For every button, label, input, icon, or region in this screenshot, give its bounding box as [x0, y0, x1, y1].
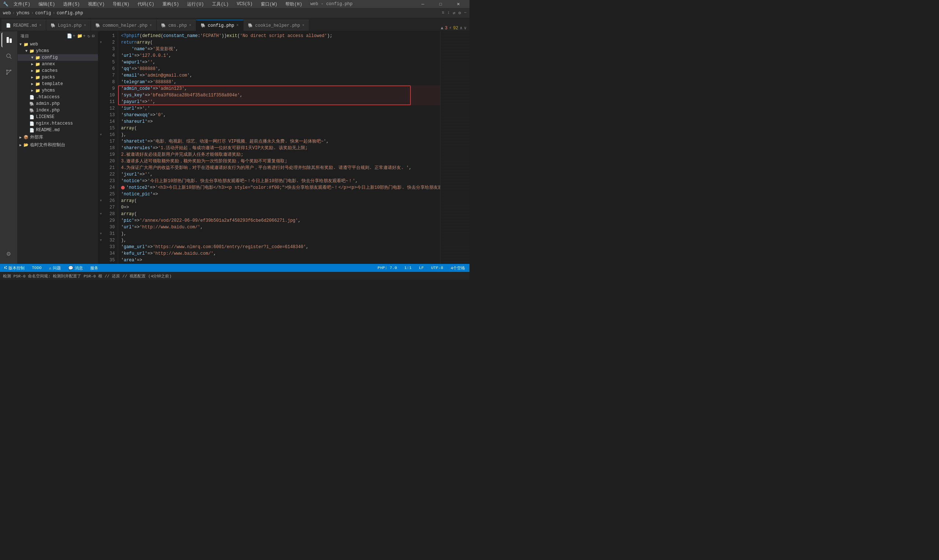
code-line-24[interactable]: 'notice2' => '<h3>今日上新10部热门电影</h3><p sty… [121, 185, 440, 191]
tree-item-web[interactable]: ▼ 📁 web [18, 41, 98, 48]
tab-cookie-helper[interactable]: 🐘 cookie_helper.php × [244, 20, 309, 31]
code-line-9[interactable]: 'admin_code' => 'admin123', [121, 85, 440, 92]
menu-select[interactable]: 选择(S) [60, 0, 83, 8]
code-line-32[interactable]: ), [121, 237, 440, 244]
menu-nav[interactable]: 导航(N) [109, 0, 133, 8]
search-activity-icon[interactable] [2, 49, 16, 63]
minimap[interactable] [440, 31, 470, 264]
fold-28[interactable]: ▼ [98, 211, 103, 217]
code-line-7[interactable]: 'email' => 'admin@gmail.com', [121, 72, 440, 79]
fold-2[interactable]: ▼ [98, 39, 103, 46]
services-status[interactable]: 服务 [89, 264, 100, 272]
code-line-4[interactable]: 'url' => '127.0.0.1', [121, 52, 440, 59]
maximize-button[interactable]: □ [432, 0, 449, 8]
menu-help[interactable]: 帮助(H) [282, 0, 305, 8]
nav-segment-file[interactable]: config.php [57, 11, 83, 16]
code-line-35[interactable]: 'area' => [121, 257, 440, 263]
tab-readme[interactable]: 📄 README.md × [2, 20, 46, 31]
indent-status[interactable]: 4个空格 [449, 264, 467, 272]
output-status[interactable]: 💬 消息 [67, 264, 84, 272]
code-line-27[interactable]: 0 => [121, 204, 440, 211]
tab-common-helper-close[interactable]: × [150, 23, 152, 28]
settings-icon[interactable]: ⚙ [458, 10, 461, 16]
fold-16[interactable]: ▼ [98, 132, 103, 138]
code-line-15[interactable]: array ( [121, 125, 440, 132]
refresh-icon[interactable]: ↻ [88, 33, 91, 39]
code-line-16[interactable]: ), [121, 132, 440, 138]
collapse-all-icon[interactable]: ⊟ [92, 33, 95, 39]
tree-item-config[interactable]: ▼ 📁 config [18, 54, 98, 61]
code-line-20[interactable]: 3.邀请多人还可领取额外奖励，额外奖励为一次性阶段奖励，每个奖励不可重复领取; [121, 158, 440, 165]
encoding-status[interactable]: UTF-8 [430, 264, 444, 272]
code-line-22[interactable]: 'jxurl' => '', [121, 171, 440, 178]
new-folder-icon[interactable]: 📁+ [77, 33, 86, 39]
tree-item-yhcms[interactable]: ▼ 📁 yhcms [18, 48, 98, 54]
nav-segment-yhcms[interactable]: yhcms [17, 11, 30, 16]
menu-file[interactable]: 文件(F) [11, 0, 33, 8]
tab-cookie-helper-close[interactable]: × [302, 23, 304, 28]
tree-item-temp-files[interactable]: ▶ 📂 临时文件和控制台 [18, 141, 98, 149]
code-line-28[interactable]: array ( [121, 211, 440, 217]
code-line-29[interactable]: 'pic' => '/annex/vod/2022-06-09/ef39b501… [121, 217, 440, 224]
tree-item-readme-md[interactable]: ▶ 📄 README.md [18, 127, 98, 134]
tree-item-htaccess[interactable]: ▶ 📄 .htaccess [18, 94, 98, 100]
tree-item-annex[interactable]: ▶ 📁 annex [18, 61, 98, 68]
nav-segment-web[interactable]: web [3, 11, 11, 16]
tree-item-license[interactable]: ▶ 📄 LICENSE [18, 114, 98, 120]
collapse-icon[interactable]: − [464, 10, 467, 16]
minimize-button[interactable]: ─ [415, 0, 431, 8]
tree-item-packs[interactable]: ▶ 📁 packs [18, 74, 98, 81]
code-line-8[interactable]: 'telegram' => '888888', [121, 79, 440, 85]
php-version-status[interactable]: PHP: 7.0 [376, 264, 399, 272]
close-button[interactable]: ✕ [450, 0, 467, 8]
code-line-5[interactable]: 'wapurl' => '', [121, 59, 440, 66]
code-line-17[interactable]: 'sharetxt' => '电影、电视剧、综艺、动漫一网打尽 VIP视频、超前… [121, 138, 440, 145]
menu-code[interactable]: 代码(C) [135, 0, 157, 8]
menu-window[interactable]: 窗口(W) [258, 0, 281, 8]
code-line-6[interactable]: 'qq' => '888888', [121, 66, 440, 72]
code-line-2[interactable]: return array ( [121, 39, 440, 46]
code-line-30[interactable]: 'url' => 'http://www.baidu.com/', [121, 224, 440, 231]
sort-icon[interactable]: ↕ [447, 10, 450, 16]
settings-activity-icon[interactable]: ⚙ [2, 246, 16, 261]
version-control-status[interactable]: ⑆ 版本控制 [3, 264, 26, 272]
code-line-34[interactable]: 'kefu_url' => 'http://www.baidu.com/', [121, 250, 440, 257]
tree-item-index-php[interactable]: ▶ 🐘 index.php [18, 107, 98, 114]
tree-item-template[interactable]: ▶ 📁 template [18, 81, 98, 87]
code-line-25[interactable]: 'notice_pic' => [121, 191, 440, 197]
code-line-21[interactable]: 4.为保证广大用户的收益不受影响，对于在违规邀请好友行为的用户，平台将进行封号处… [121, 165, 440, 171]
tab-readme-close[interactable]: × [39, 23, 42, 28]
code-content[interactable]: <?php if (defined( constant_name: 'FCPAT… [118, 31, 440, 264]
tab-login-close[interactable]: × [84, 23, 86, 28]
code-line-19[interactable]: 2.被邀请好友必须是新用户并完成新人任务才能领取邀请奖励; [121, 151, 440, 158]
tree-item-external-libs[interactable]: ▶ 📦 外部库 [18, 134, 98, 141]
fold-26[interactable]: ▼ [98, 197, 103, 204]
code-line-23[interactable]: 'notice' => '今日上新10部热门电影. 快去分享给朋友观看吧~！今日… [121, 178, 440, 185]
menu-vcs[interactable]: VCS(S) [234, 1, 255, 7]
tab-cms-close[interactable]: × [189, 23, 191, 28]
code-line-18[interactable]: 'sharerules' => '1.活动开始起，每成功邀请一位好友可获得1天V… [121, 145, 440, 151]
nav-segment-config[interactable]: config [35, 11, 51, 16]
cursor-position-status[interactable]: 1:1 [403, 264, 413, 272]
code-line-11[interactable]: 'payurl' => '', [121, 98, 440, 105]
tab-common-helper[interactable]: 🐘 common_helper.php × [91, 20, 157, 31]
line-ending-status[interactable]: LF [418, 264, 425, 272]
tab-login[interactable]: 🐘 Login.php × [46, 20, 91, 31]
tree-item-nginx-htaccess[interactable]: ▶ 📄 nginx.htaccess [18, 120, 98, 127]
code-line-12[interactable]: 'iurl' => ',' [121, 105, 440, 112]
code-line-36[interactable]: array ( [121, 263, 440, 264]
problems-status[interactable]: ⚠ 问题 [47, 264, 62, 272]
code-line-14[interactable]: 'shareurl' => [121, 118, 440, 125]
new-file-icon[interactable]: 📄+ [67, 33, 76, 39]
code-line-31[interactable]: ), [121, 231, 440, 237]
code-line-1[interactable]: <?php if (defined( constant_name: 'FCPAT… [121, 32, 440, 39]
list-icon[interactable]: ≡ [442, 10, 444, 16]
collapse-icon2[interactable]: ∨ [464, 25, 467, 31]
tab-config[interactable]: 🐘 config.php × [196, 20, 244, 31]
fold-31[interactable]: ▼ [98, 231, 103, 237]
tab-config-close[interactable]: × [237, 23, 239, 28]
tree-item-caches[interactable]: ▶ 📁 caches [18, 68, 98, 74]
tree-item-yhcms2[interactable]: ▶ 📁 yhcms [18, 87, 98, 94]
code-line-3[interactable]: 'name' => '英皇影视', [121, 46, 440, 52]
todo-status[interactable]: TODO [31, 264, 43, 272]
